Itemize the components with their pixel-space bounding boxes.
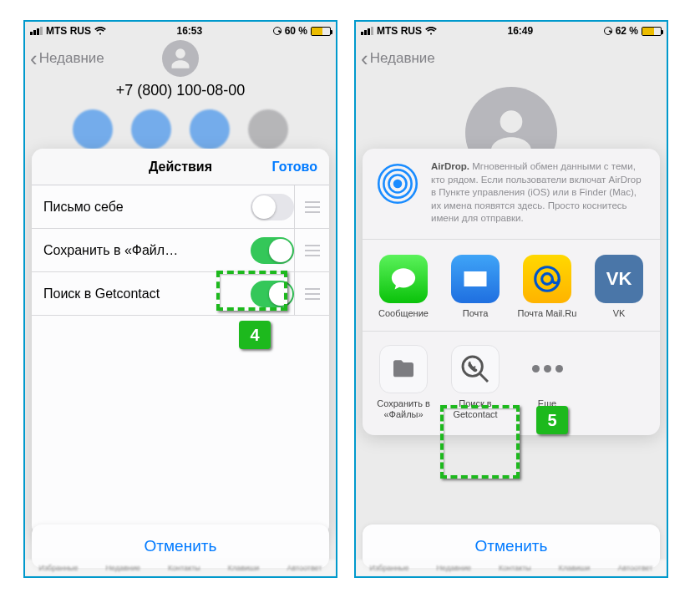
cancel-label: Отменить xyxy=(475,537,548,555)
share-app-mailru[interactable]: Почта Mail.Ru xyxy=(515,255,580,319)
toggle-save-files[interactable] xyxy=(251,237,294,264)
getcontact-icon xyxy=(451,345,500,393)
action-more[interactable]: Еще xyxy=(515,345,580,420)
vk-icon: VK xyxy=(595,255,643,303)
sheet-title: Действия xyxy=(149,160,212,175)
actions-sheet: Действия Готово Письмо себе Сохранить в … xyxy=(32,149,329,536)
folder-icon xyxy=(379,345,428,393)
messages-icon xyxy=(379,255,428,303)
mail-icon xyxy=(451,255,500,303)
action-label: Еще xyxy=(538,398,556,409)
toggle-mail-self[interactable] xyxy=(251,194,294,220)
sheet-header: Действия Готово xyxy=(32,149,329,185)
phone-screenshot-right: MTS RUS 16:49 62 % ‹ Недавние xyxy=(354,20,668,578)
share-sheet: AirDrop. Мгновенный обмен данными с теми… xyxy=(363,149,660,435)
option-label: Письмо себе xyxy=(43,200,251,215)
option-row-save-files: Сохранить в «Файл… xyxy=(32,229,329,272)
share-app-messages[interactable]: Сообщение xyxy=(371,255,436,319)
svg-point-0 xyxy=(393,180,403,189)
option-row-getcontact: Поиск в Getcontact xyxy=(32,272,329,316)
drag-handle-icon[interactable] xyxy=(294,272,329,316)
airdrop-section: AirDrop. Мгновенный обмен данными с теми… xyxy=(363,149,660,240)
toggle-getcontact[interactable] xyxy=(251,281,294,307)
app-label: Почта xyxy=(463,308,489,319)
option-label: Поиск в Getcontact xyxy=(43,286,251,302)
app-label: Сообщение xyxy=(378,308,429,319)
drag-handle-icon[interactable] xyxy=(294,229,329,272)
cancel-label: Отменить xyxy=(145,537,217,555)
share-apps-row: Сообщение Почта Почта Mail.Ru VK VK xyxy=(363,240,660,332)
share-actions-row: Сохранить в «Файлы» Поиск в Getcontact xyxy=(363,332,660,423)
share-app-mail[interactable]: Почта xyxy=(443,255,508,319)
drag-handle-icon[interactable] xyxy=(294,185,329,229)
tabbar-blur: ИзбранныеНедавниеКонтактыКлавишиАвтоотве… xyxy=(25,560,336,576)
option-row-mail-self: Письмо себе xyxy=(32,185,329,229)
mailru-icon xyxy=(523,255,571,303)
action-getcontact[interactable]: Поиск в Getcontact xyxy=(443,345,508,420)
app-label: VK xyxy=(613,308,626,319)
svg-point-5 xyxy=(542,273,553,284)
svg-line-7 xyxy=(480,374,488,382)
option-label: Сохранить в «Файл… xyxy=(43,243,251,258)
phone-screenshot-left: MTS RUS 16:53 60 % ‹ Недавние +7 (800) 1… xyxy=(23,20,337,578)
done-button[interactable]: Готово xyxy=(272,160,317,175)
action-save-files[interactable]: Сохранить в «Файлы» xyxy=(371,345,436,420)
svg-point-4 xyxy=(535,266,560,291)
airdrop-icon xyxy=(374,160,421,207)
more-icon xyxy=(523,345,571,393)
action-label: Поиск в Getcontact xyxy=(443,398,508,420)
action-label: Сохранить в «Файлы» xyxy=(371,398,436,420)
airdrop-text: AirDrop. Мгновенный обмен данными с теми… xyxy=(431,160,648,225)
share-app-vk[interactable]: VK VK xyxy=(586,255,652,319)
app-label: Почта Mail.Ru xyxy=(518,308,577,319)
tabbar-blur: ИзбранныеНедавниеКонтактыКлавишиАвтоотве… xyxy=(356,560,667,576)
